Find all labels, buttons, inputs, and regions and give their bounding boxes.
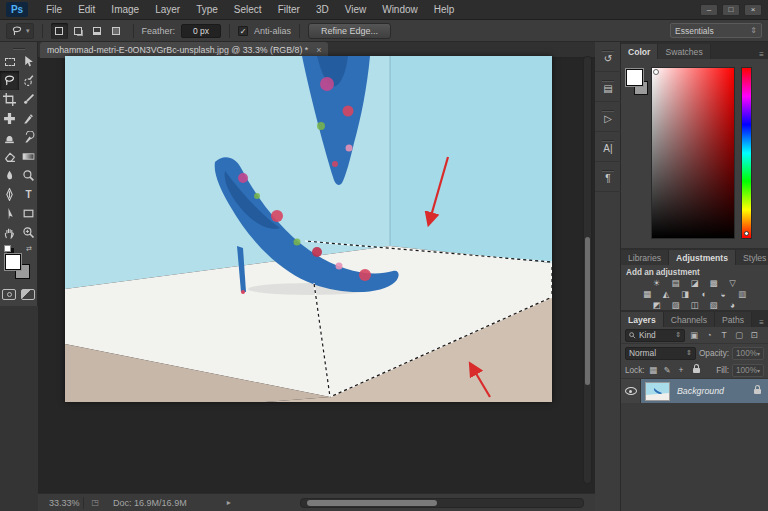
close-button[interactable]: × [744, 4, 762, 16]
photo-filter-icon[interactable]: ◐ [696, 289, 712, 299]
filter-shape-layers-icon[interactable]: ▢ [733, 330, 745, 340]
history-panel-button[interactable]: ↺ [595, 42, 621, 72]
menu-item-edit[interactable]: Edit [70, 0, 103, 20]
refine-edge-button[interactable]: Refine Edge... [308, 23, 391, 39]
vibrance-icon[interactable]: ▽ [725, 278, 741, 288]
eyedropper-tool[interactable] [19, 90, 38, 109]
tab-channels[interactable]: Channels [664, 312, 715, 327]
menu-item-file[interactable]: File [38, 0, 70, 20]
status-options-arrow[interactable]: ▸ [227, 498, 231, 507]
lock-image-pixels-icon[interactable]: ✎ [662, 365, 673, 375]
hue-slider-marker[interactable] [744, 231, 749, 236]
subtract-from-selection-button[interactable] [89, 23, 106, 39]
black-white-icon[interactable]: ◨ [677, 289, 693, 299]
eraser-tool[interactable] [0, 147, 19, 166]
actions-panel-button[interactable]: ▷ [595, 102, 621, 132]
swap-colors-icon[interactable]: ⇄ [26, 245, 32, 253]
hue-saturation-icon[interactable]: ▦ [639, 289, 655, 299]
menu-item-help[interactable]: Help [426, 0, 463, 20]
healing-brush-tool[interactable] [0, 109, 19, 128]
dodge-tool[interactable] [19, 166, 38, 185]
lasso-tool[interactable] [0, 71, 19, 90]
add-to-selection-button[interactable] [70, 23, 87, 39]
foreground-color-swatch[interactable] [626, 69, 643, 86]
pen-tool[interactable] [0, 185, 19, 204]
brush-tool[interactable] [19, 109, 38, 128]
horizontal-scrollbar-thumb[interactable] [307, 500, 437, 506]
feather-input[interactable]: 0 px [181, 24, 221, 38]
share-icon[interactable]: ◳ [92, 498, 100, 507]
panel-menu-icon[interactable]: ≡ [759, 50, 768, 59]
history-brush-tool[interactable] [19, 128, 38, 147]
shape-tool[interactable] [19, 204, 38, 223]
blend-mode-dropdown[interactable]: Normal ⇕ [625, 347, 696, 360]
screen-mode-button[interactable] [21, 289, 35, 300]
fill-field[interactable]: 100% ▾ [732, 364, 764, 377]
tab-color[interactable]: Color [621, 44, 658, 59]
levels-icon[interactable]: ▤ [668, 278, 684, 288]
menu-item-select[interactable]: Select [226, 0, 270, 20]
zoom-tool[interactable] [19, 223, 38, 242]
blur-tool[interactable] [0, 166, 19, 185]
image-canvas[interactable] [65, 56, 552, 402]
threshold-icon[interactable]: ◫ [687, 300, 703, 310]
menu-item-3d[interactable]: 3D [308, 0, 337, 20]
posterize-icon[interactable]: ▨ [668, 300, 684, 310]
layer-thumbnail[interactable] [645, 382, 670, 401]
lock-transparent-pixels-icon[interactable]: ▦ [648, 365, 659, 375]
brightness-contrast-icon[interactable]: ☀ [649, 278, 665, 288]
lock-all-icon[interactable] [693, 368, 700, 373]
layer-row-background[interactable]: Background [621, 379, 768, 403]
paragraph-panel-button[interactable]: ¶ [595, 162, 621, 192]
color-lookup-icon[interactable]: ▥ [734, 289, 750, 299]
default-colors-icon[interactable] [4, 245, 11, 252]
lock-position-icon[interactable]: + [676, 365, 687, 375]
filter-adjustment-layers-icon[interactable]: ◔ [703, 330, 715, 340]
tab-styles[interactable]: Styles [736, 250, 768, 265]
active-tool-preview[interactable]: ▾ [6, 23, 34, 39]
tab-libraries[interactable]: Libraries [621, 250, 669, 265]
properties-panel-button[interactable]: ▤ [595, 72, 621, 102]
menu-item-layer[interactable]: Layer [147, 0, 188, 20]
antialias-checkbox[interactable]: ✓ [238, 26, 248, 36]
menu-item-type[interactable]: Type [188, 0, 226, 20]
menu-item-filter[interactable]: Filter [270, 0, 308, 20]
color-balance-icon[interactable]: ◭ [658, 289, 674, 299]
intersect-selection-button[interactable] [108, 23, 125, 39]
foreground-color-swatch[interactable] [5, 254, 21, 270]
path-selection-tool[interactable] [0, 204, 19, 223]
crop-tool[interactable] [0, 90, 19, 109]
opacity-field[interactable]: 100% ▾ [732, 347, 764, 360]
curves-icon[interactable]: ◪ [687, 278, 703, 288]
horizontal-scrollbar[interactable] [300, 498, 584, 508]
invert-icon[interactable]: ◩ [649, 300, 665, 310]
new-selection-button[interactable] [51, 23, 68, 39]
selective-color-icon[interactable]: ◕ [725, 300, 741, 310]
layer-filter-dropdown[interactable]: Kind ⇕ [625, 329, 685, 342]
layer-visibility-cell[interactable] [621, 379, 641, 403]
quick-selection-tool[interactable] [19, 71, 38, 90]
quick-mask-button[interactable] [2, 289, 16, 300]
menu-item-window[interactable]: Window [374, 0, 426, 20]
move-tool[interactable] [19, 52, 38, 71]
saturation-field[interactable] [651, 67, 735, 239]
channel-mixer-icon[interactable]: ◒ [715, 289, 731, 299]
tab-close-icon[interactable]: × [316, 45, 321, 55]
panel-menu-icon[interactable]: ≡ [759, 318, 768, 327]
filter-type-layers-icon[interactable]: T [718, 330, 730, 340]
exposure-icon[interactable]: ▩ [706, 278, 722, 288]
hue-slider[interactable] [741, 67, 752, 239]
tab-paths[interactable]: Paths [715, 312, 752, 327]
gradient-map-icon[interactable]: ▧ [706, 300, 722, 310]
menu-item-view[interactable]: View [337, 0, 375, 20]
filter-pixel-layers-icon[interactable]: ▣ [688, 330, 700, 340]
hand-tool[interactable] [0, 223, 19, 242]
maximize-button[interactable]: □ [722, 4, 740, 16]
color-picker-marker[interactable] [653, 69, 659, 75]
tab-swatches[interactable]: Swatches [658, 44, 710, 59]
gradient-tool[interactable] [19, 147, 38, 166]
tab-adjustments[interactable]: Adjustments [669, 250, 736, 265]
vertical-scrollbar[interactable] [583, 56, 592, 484]
zoom-level-field[interactable]: 33.33% [46, 497, 84, 509]
type-tool[interactable]: T [19, 185, 38, 204]
